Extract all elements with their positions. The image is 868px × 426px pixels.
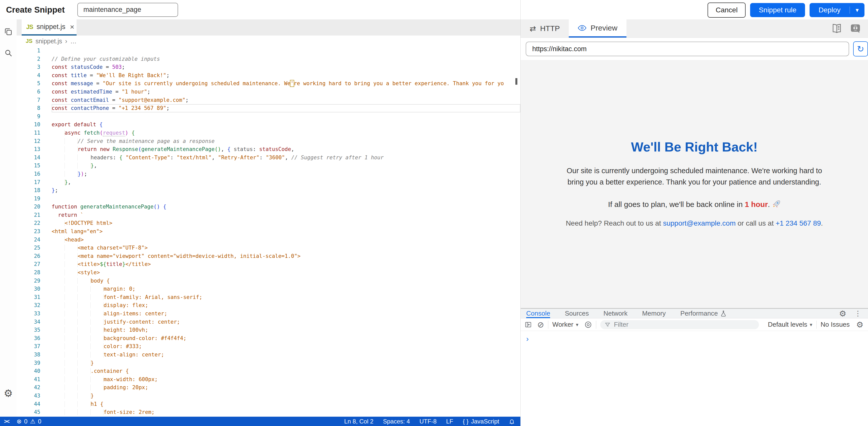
maintenance-heading: We'll Be Right Back! bbox=[521, 139, 868, 154]
devtools-tab-network[interactable]: Network bbox=[603, 309, 627, 318]
maintenance-eta: If all goes to plan, we'll be back onlin… bbox=[521, 200, 868, 209]
breadcrumb[interactable]: JS snippet.js › … bbox=[17, 35, 520, 47]
code-line-18[interactable]: 18}; bbox=[17, 186, 520, 195]
files-copy-icon[interactable] bbox=[3, 26, 13, 37]
code-line-8[interactable]: 8const contactPhone = "+1 234 567 89"; bbox=[17, 104, 520, 112]
eol-setting[interactable]: LF bbox=[446, 418, 453, 425]
code-line-16[interactable]: 16 }); bbox=[17, 170, 520, 178]
code-line-20[interactable]: 20function generateMaintenancePage() { bbox=[17, 203, 520, 211]
devtools-settings-gear-icon[interactable]: ⚙ bbox=[839, 309, 846, 318]
phone-link[interactable]: +1 234 567 89 bbox=[776, 219, 821, 227]
docs-book-icon[interactable] bbox=[832, 24, 842, 33]
code-line-26[interactable]: 26 <meta name="viewport" content="width=… bbox=[17, 252, 520, 260]
remote-indicator-icon[interactable]: >< bbox=[4, 418, 9, 425]
breadcrumb-more[interactable]: … bbox=[70, 37, 76, 45]
code-line-24[interactable]: 24 <head> bbox=[17, 236, 520, 244]
cancel-button[interactable]: Cancel bbox=[708, 2, 746, 18]
code-editor[interactable]: 12// Define your customizable inputs3con… bbox=[17, 47, 520, 417]
code-line-31[interactable]: 31 font-family: Arial, sans-serif; bbox=[17, 293, 520, 302]
language-mode[interactable]: { } JavaScript bbox=[463, 418, 499, 425]
code-line-15[interactable]: 15 }, bbox=[17, 162, 520, 170]
code-line-11[interactable]: 11 async fetch(request) { bbox=[17, 129, 520, 137]
log-levels-selector[interactable]: Default levels▾ bbox=[768, 321, 812, 329]
support-email-link[interactable]: support@example.com bbox=[663, 219, 736, 227]
code-line-21[interactable]: 21 return ` bbox=[17, 211, 520, 219]
funnel-icon bbox=[605, 322, 610, 328]
code-line-38[interactable]: 38 text-align: center; bbox=[17, 351, 520, 359]
code-line-13[interactable]: 13 return new Response(generateMaintenan… bbox=[17, 145, 520, 153]
code-line-22[interactable]: 22 <!DOCTYPE html> bbox=[17, 219, 520, 227]
tab-close-icon[interactable]: × bbox=[70, 23, 74, 31]
search-icon[interactable] bbox=[3, 48, 13, 58]
code-line-10[interactable]: 10export default { bbox=[17, 120, 520, 129]
live-expression-eye-icon[interactable] bbox=[584, 321, 592, 329]
cursor-position[interactable]: Ln 8, Col 2 bbox=[344, 418, 373, 425]
code-line-43[interactable]: 43 } bbox=[17, 392, 520, 400]
notifications-bell-icon[interactable] bbox=[509, 419, 515, 425]
discord-icon[interactable] bbox=[850, 24, 861, 33]
code-line-27[interactable]: 27 <title>${title}</title> bbox=[17, 260, 520, 268]
code-line-29[interactable]: 29 body { bbox=[17, 277, 520, 285]
code-line-4[interactable]: 4const title = "We'll Be Right Back!"; bbox=[17, 71, 520, 80]
code-line-17[interactable]: 17 }, bbox=[17, 178, 520, 187]
console-filter-input[interactable]: Filter bbox=[600, 320, 759, 329]
console-settings-gear-icon[interactable]: ⚙ bbox=[856, 320, 864, 330]
code-line-44[interactable]: 44 h1 { bbox=[17, 400, 520, 408]
problems-status[interactable]: ⊗ 0 ⚠ 0 bbox=[17, 418, 41, 425]
code-line-7[interactable]: 7const contactEmail = "support@example.c… bbox=[17, 96, 520, 104]
settings-gear-icon[interactable]: ⚙ bbox=[3, 388, 13, 399]
code-line-9[interactable]: 9 bbox=[17, 112, 520, 121]
tab-snippet-js[interactable]: JS snippet.js × bbox=[22, 20, 76, 35]
breadcrumb-file[interactable]: snippet.js bbox=[35, 37, 62, 45]
context-selector[interactable]: Worker▾ bbox=[552, 321, 578, 329]
snippet-name-input[interactable] bbox=[77, 3, 178, 17]
editor-scrollbar-marker[interactable] bbox=[515, 78, 517, 85]
eta-value: 1 hour bbox=[745, 200, 768, 208]
devtools-panel: Console Sources Network Memory Performan… bbox=[521, 308, 868, 426]
code-line-3[interactable]: 3const statusCode = 503; bbox=[17, 63, 520, 71]
encoding-setting[interactable]: UTF-8 bbox=[420, 418, 436, 425]
devtools-tab-sources[interactable]: Sources bbox=[565, 309, 589, 318]
code-line-25[interactable]: 25 <meta charset="UTF-8"> bbox=[17, 244, 520, 252]
indentation-setting[interactable]: Spaces: 4 bbox=[383, 418, 410, 425]
snippet-rule-button[interactable]: Snippet rule bbox=[750, 3, 805, 17]
preview-tabbar: ⇄ HTTP Preview bbox=[521, 20, 868, 38]
deploy-dropdown-caret-icon[interactable]: ▾ bbox=[849, 6, 865, 13]
code-line-1[interactable]: 1 bbox=[17, 47, 520, 55]
line-number: 25 bbox=[17, 244, 40, 252]
code-line-14[interactable]: 14 headers: { "Content-Type": "text/html… bbox=[17, 153, 520, 162]
devtools-tab-console[interactable]: Console bbox=[526, 309, 550, 318]
devtools-tab-memory[interactable]: Memory bbox=[642, 309, 666, 318]
code-line-35[interactable]: 35 height: 100vh; bbox=[17, 326, 520, 334]
devtools-more-icon[interactable]: ⋮ bbox=[855, 309, 862, 318]
code-line-5[interactable]: 5const message = "Our site is currently … bbox=[17, 79, 520, 88]
deploy-button[interactable]: Deploy bbox=[810, 6, 849, 14]
code-line-39[interactable]: 39 } bbox=[17, 359, 520, 367]
code-line-37[interactable]: 37 color: #333; bbox=[17, 342, 520, 351]
console-output[interactable]: › bbox=[521, 331, 868, 343]
refresh-button[interactable]: ↻ bbox=[853, 41, 868, 56]
code-line-45[interactable]: 45 font-size: 2rem; bbox=[17, 408, 520, 417]
code-line-19[interactable]: 19 bbox=[17, 195, 520, 203]
code-line-42[interactable]: 42 padding: 20px; bbox=[17, 384, 520, 392]
preview-viewport: We'll Be Right Back! Our site is current… bbox=[521, 60, 868, 308]
code-line-28[interactable]: 28 <style> bbox=[17, 268, 520, 277]
preview-url-input[interactable] bbox=[526, 41, 849, 56]
code-line-32[interactable]: 32 display: flex; bbox=[17, 301, 520, 310]
code-line-34[interactable]: 34 justify-content: center; bbox=[17, 318, 520, 326]
tab-preview[interactable]: Preview bbox=[569, 20, 626, 37]
code-line-40[interactable]: 40 .container { bbox=[17, 367, 520, 375]
console-sidebar-toggle-icon[interactable] bbox=[525, 321, 532, 328]
code-line-36[interactable]: 36 background-color: #f4f4f4; bbox=[17, 334, 520, 343]
code-line-41[interactable]: 41 max-width: 600px; bbox=[17, 375, 520, 384]
code-line-6[interactable]: 6const estimatedTime = "1 hour"; bbox=[17, 88, 520, 96]
issues-counter[interactable]: No Issues bbox=[820, 321, 850, 329]
code-line-12[interactable]: 12 // Serve the maintenance page as a re… bbox=[17, 137, 520, 145]
devtools-tab-performance[interactable]: Performance bbox=[680, 309, 726, 318]
code-line-33[interactable]: 33 align-items: center; bbox=[17, 310, 520, 318]
tab-http[interactable]: ⇄ HTTP bbox=[521, 20, 569, 37]
code-line-2[interactable]: 2// Define your customizable inputs bbox=[17, 55, 520, 63]
code-line-30[interactable]: 30 margin: 0; bbox=[17, 285, 520, 293]
code-line-23[interactable]: 23<html lang="en"> bbox=[17, 227, 520, 236]
clear-console-icon[interactable]: ⊘ bbox=[537, 320, 544, 330]
